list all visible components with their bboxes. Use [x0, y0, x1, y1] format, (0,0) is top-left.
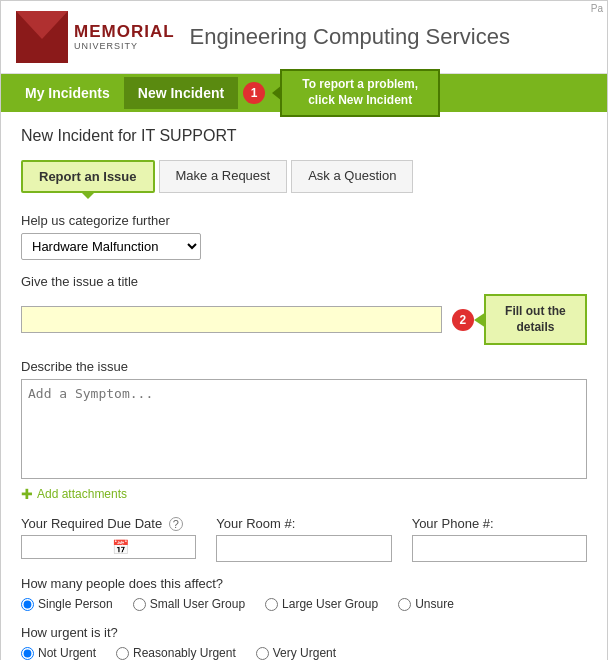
- affect-large[interactable]: Large User Group: [265, 597, 378, 611]
- title-input[interactable]: [21, 306, 442, 333]
- affect-options: Single Person Small User Group Large Use…: [21, 597, 587, 611]
- phone-label: Your Phone #:: [412, 516, 587, 531]
- room-label: Your Room #:: [216, 516, 391, 531]
- logo-icon: [16, 11, 68, 63]
- urgent-not[interactable]: Not Urgent: [21, 646, 96, 660]
- logo-memorial: MEMORIAL: [74, 23, 175, 42]
- page-title: New Incident for IT SUPPORT: [21, 127, 587, 145]
- phone-input[interactable]: [412, 535, 587, 562]
- room-col: Your Room #:: [216, 516, 391, 562]
- plus-icon: ✚: [21, 486, 33, 502]
- nav-new-incident[interactable]: New Incident: [124, 77, 238, 109]
- urgent-label: How urgent is it?: [21, 625, 587, 640]
- nav-bar: My Incidents New Incident 1 To report a …: [1, 74, 607, 112]
- header-title: Engineering Computing Services: [190, 24, 510, 50]
- badge-2: 2: [452, 309, 474, 331]
- tab-ask-question[interactable]: Ask a Question: [291, 160, 413, 193]
- header: MEMORIAL UNIVERSITY Engineering Computin…: [1, 1, 607, 74]
- logo-university: UNIVERSITY: [74, 41, 175, 51]
- affect-small[interactable]: Small User Group: [133, 597, 245, 611]
- pa-label: Pa: [591, 3, 603, 14]
- tab-make-request[interactable]: Make a Request: [159, 160, 288, 193]
- date-room-phone-row: Your Required Due Date ? 📅 Your Room #: …: [21, 516, 587, 562]
- logo-block: MEMORIAL UNIVERSITY: [16, 11, 175, 63]
- attach-label: Add attachments: [37, 487, 127, 501]
- describe-group: Describe the issue ✚ Add attachments: [21, 359, 587, 502]
- categorize-group: Help us categorize further Hardware Malf…: [21, 213, 587, 260]
- due-date-input-wrap: 📅: [21, 535, 196, 559]
- attach-link[interactable]: ✚ Add attachments: [21, 486, 587, 502]
- due-date-help-icon[interactable]: ?: [169, 517, 183, 531]
- urgent-reasonably[interactable]: Reasonably Urgent: [116, 646, 236, 660]
- categorize-label: Help us categorize further: [21, 213, 587, 228]
- describe-textarea[interactable]: [21, 379, 587, 479]
- affect-single[interactable]: Single Person: [21, 597, 113, 611]
- urgent-options: Not Urgent Reasonably Urgent Very Urgent: [21, 646, 587, 660]
- room-input[interactable]: [216, 535, 391, 562]
- affect-group: How many people does this affect? Single…: [21, 576, 587, 611]
- due-date-label: Your Required Due Date ?: [21, 516, 196, 531]
- nav-my-incidents[interactable]: My Incidents: [11, 77, 124, 109]
- affect-label: How many people does this affect?: [21, 576, 587, 591]
- content: New Incident for IT SUPPORT Report an Is…: [1, 112, 607, 660]
- tab-report-issue[interactable]: Report an Issue: [21, 160, 155, 193]
- phone-col: Your Phone #:: [412, 516, 587, 562]
- nav-badge-1: 1: [243, 82, 265, 104]
- nav-tooltip: To report a problem, click New Incident: [280, 69, 440, 116]
- due-date-input[interactable]: [27, 540, 107, 555]
- tabs: Report an Issue Make a Request Ask a Que…: [21, 160, 587, 193]
- due-date-col: Your Required Due Date ? 📅: [21, 516, 196, 562]
- affect-unsure[interactable]: Unsure: [398, 597, 454, 611]
- title-group: Give the issue a title 2 Fill out the de…: [21, 274, 587, 345]
- calendar-icon[interactable]: 📅: [112, 539, 129, 555]
- categorize-select[interactable]: Hardware Malfunction: [21, 233, 201, 260]
- urgent-very[interactable]: Very Urgent: [256, 646, 336, 660]
- describe-label: Describe the issue: [21, 359, 587, 374]
- title-label: Give the issue a title: [21, 274, 587, 289]
- callout-fill-details: Fill out the details: [484, 294, 587, 345]
- urgent-group: How urgent is it? Not Urgent Reasonably …: [21, 625, 587, 660]
